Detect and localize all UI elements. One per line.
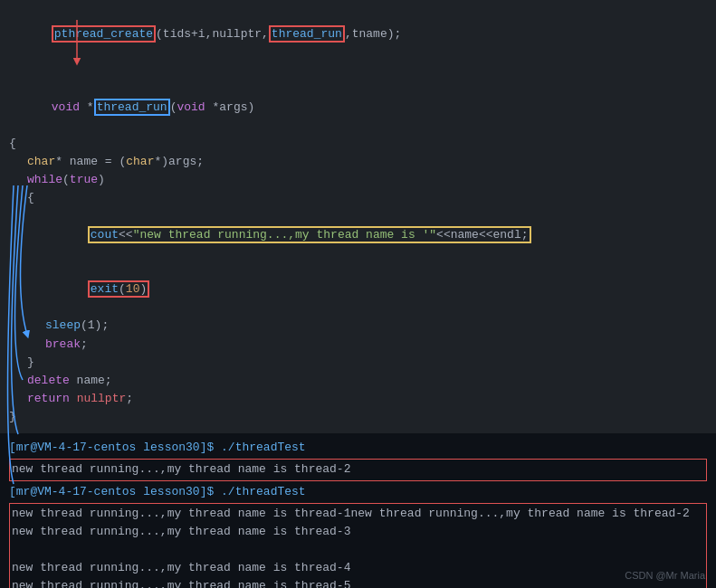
code-line-8: cout<<"new thread running...,my thread n… [9, 208, 707, 262]
term-run2-out1: new thread running...,my thread name is … [12, 505, 704, 523]
exit-highlight: exit(10) [88, 280, 149, 298]
code-line-12: } [9, 354, 707, 372]
code-line-6: while(true) [9, 171, 707, 189]
code-line-11: break; [9, 336, 707, 354]
thread-run-def-highlight: thread_run [94, 99, 170, 116]
code-line-blank [9, 62, 707, 80]
thread-run-highlight: thread_run [269, 25, 345, 43]
code-line-14: return nullptr; [9, 390, 707, 408]
term-run1-prompt: [mr@VM-4-17-centos lesson30]$ ./threadTe… [9, 439, 707, 457]
code-line-3: void *thread_run(void *args) [9, 81, 707, 135]
main-container: pthread_create(tids+i,nullptr,thread_run… [0, 0, 716, 588]
term-run2-out2: new thread running...,my thread name is … [12, 523, 704, 541]
term-run2-out3 [12, 541, 704, 559]
code-line-15: } [9, 408, 707, 426]
code-line-13: delete name; [9, 372, 707, 390]
term-run2-out5: new thread running...,my thread name is … [12, 577, 704, 588]
code-line-4: { [9, 135, 707, 153]
code-line-1: pthread_create(tids+i,nullptr,thread_run… [9, 7, 707, 62]
term-run2-out4: new thread running...,my thread name is … [12, 559, 704, 577]
term-run1-block: new thread running...,my thread name is … [9, 459, 707, 480]
term-run2-block: new thread running...,my thread name is … [9, 503, 707, 588]
code-line-7: { [9, 189, 707, 207]
code-section: pthread_create(tids+i,nullptr,thread_run… [0, 0, 716, 433]
code-line-5: char* name = (char*)args; [9, 153, 707, 171]
code-line-10: sleep(1); [9, 317, 707, 335]
term-run1-out1: new thread running...,my thread name is … [12, 460, 704, 479]
pthread-create-highlight: pthread_create [52, 25, 156, 43]
terminal-section: [mr@VM-4-17-centos lesson30]$ ./threadTe… [0, 433, 716, 588]
code-line-9: exit(10) [9, 262, 707, 317]
watermark: CSDN @Mr Maria [625, 570, 705, 581]
cout-highlight: cout<<"new thread running...,my thread n… [88, 226, 531, 243]
term-run2-prompt: [mr@VM-4-17-centos lesson30]$ ./threadTe… [9, 483, 707, 501]
